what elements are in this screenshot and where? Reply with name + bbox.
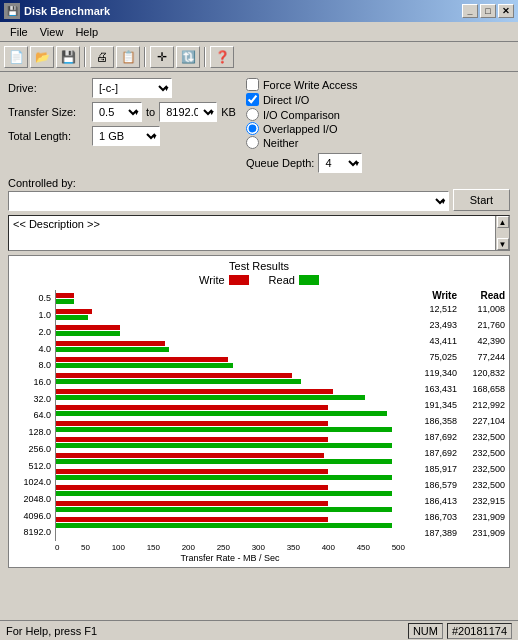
copy-button[interactable]: 📋 [116,46,140,68]
write-value: 187,692 [409,432,457,442]
write-value: 186,358 [409,416,457,426]
print-button[interactable]: 🖨 [90,46,114,68]
title-bar: 💾 Disk Benchmark _ □ ✕ [0,0,518,22]
x-label: 200 [182,543,195,552]
read-value: 232,500 [457,480,505,490]
desc-scroll-down[interactable]: ▼ [497,238,509,250]
read-value: 231,909 [457,512,505,522]
write-value: 187,692 [409,448,457,458]
read-bar [56,299,74,304]
read-bar [56,523,392,528]
read-value: 168,658 [457,384,505,394]
help-button[interactable]: ❓ [210,46,234,68]
force-write-checkbox[interactable] [246,78,259,91]
desc-scroll-up[interactable]: ▲ [497,216,509,228]
bar-group [55,290,405,306]
neither-radio[interactable] [246,136,259,149]
read-bar [56,427,392,432]
save-button[interactable]: 💾 [56,46,80,68]
queue-depth-select[interactable]: 4 [318,153,362,173]
write-value: 23,493 [409,320,457,330]
close-button[interactable]: ✕ [498,4,514,18]
total-length-select[interactable]: 1 GB [92,126,160,146]
y-label: 32.0 [13,391,53,407]
menu-view[interactable]: View [34,24,70,40]
transfer-to-label: to [146,106,155,118]
bar-group [55,498,405,514]
write-bar [56,389,333,394]
x-label: 150 [147,543,160,552]
write-bar [56,325,120,330]
bar-group [55,322,405,338]
read-legend-color [299,275,319,285]
menu-help[interactable]: Help [69,24,104,40]
write-value: 163,431 [409,384,457,394]
y-label: 1.0 [13,307,53,323]
write-value: 75,025 [409,352,457,362]
write-bar [56,453,324,458]
read-value: 232,500 [457,432,505,442]
drive-select[interactable]: [-c-] [92,78,172,98]
open-button[interactable]: 📂 [30,46,54,68]
y-label: 2048.0 [13,491,53,507]
app-icon: 💾 [4,3,20,19]
write-value: 119,340 [409,368,457,378]
start-button[interactable]: Start [453,189,510,211]
value-row: 187,692232,500 [405,429,505,445]
value-row: 12,51211,008 [405,301,505,317]
bar-group [55,418,405,434]
refresh-button[interactable]: 🔃 [176,46,200,68]
x-label: 0 [55,543,59,552]
write-bar [56,373,292,378]
x-label: 300 [252,543,265,552]
write-bar [56,341,165,346]
x-label: 100 [112,543,125,552]
overlapped-io-label: Overlapped I/O [263,123,338,135]
x-axis-title: Transfer Rate - MB / Sec [55,553,405,563]
menu-file[interactable]: File [4,24,34,40]
y-label: 8.0 [13,357,53,373]
read-legend-label: Read [269,274,295,286]
y-label: 4096.0 [13,508,53,524]
read-value: 11,008 [457,304,505,314]
write-value: 186,413 [409,496,457,506]
controlled-by-select[interactable] [8,191,449,211]
value-row: 163,431168,658 [405,381,505,397]
transfer-to-select[interactable]: 8192.0 [159,102,217,122]
y-label: 128.0 [13,424,53,440]
bar-group [55,514,405,530]
read-bar [56,363,233,368]
direct-io-checkbox[interactable] [246,93,259,106]
y-label: 0.5 [13,290,53,306]
drive-label: Drive: [8,82,88,94]
read-value: 232,500 [457,448,505,458]
read-value: 232,500 [457,464,505,474]
y-label: 256.0 [13,441,53,457]
toolbar: 📄 📂 💾 🖨 📋 ✛ 🔃 ❓ [0,42,518,72]
io-comparison-radio[interactable] [246,108,259,121]
bar-group [55,306,405,322]
new-button[interactable]: 📄 [4,46,28,68]
write-bar [56,421,328,426]
minimize-button[interactable]: _ [462,4,478,18]
write-bar [56,437,328,442]
form-left: Drive: [-c-] Transfer Size: 0.5 to [8,78,236,173]
y-label: 2.0 [13,324,53,340]
transfer-from-select[interactable]: 0.5 [92,102,142,122]
values-area: Write Read 12,51211,00823,49321,76043,41… [405,290,505,541]
read-bar [56,459,392,464]
read-bar [56,411,387,416]
overlapped-io-radio[interactable] [246,122,259,135]
write-value: 12,512 [409,304,457,314]
move-button[interactable]: ✛ [150,46,174,68]
maximize-button[interactable]: □ [480,4,496,18]
force-write-label: Force Write Access [263,79,358,91]
help-text: For Help, press F1 [6,625,97,637]
value-row: 186,579232,500 [405,477,505,493]
read-header: Read [457,290,505,301]
write-header: Write [409,290,457,301]
x-label: 50 [81,543,90,552]
separator-1 [84,47,86,67]
bars-area [55,290,405,541]
direct-io-label: Direct I/O [263,94,309,106]
